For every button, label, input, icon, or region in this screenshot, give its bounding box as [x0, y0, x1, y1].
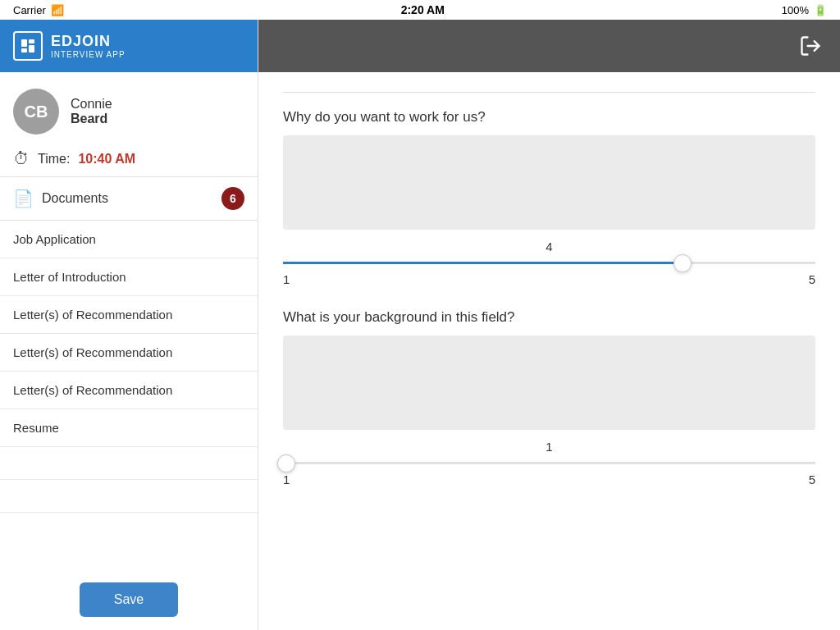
- time-value: 10:40 AM: [78, 152, 135, 167]
- brand-name: EDJOIN: [51, 33, 126, 50]
- slider-2-thumb[interactable]: [277, 454, 295, 472]
- save-section: Save: [0, 569, 258, 630]
- documents-row: 📄 Documents 6: [0, 177, 258, 221]
- slider-1-track: [283, 262, 815, 264]
- sidebar-item-letter-of-introduction[interactable]: Letter of Introduction: [0, 258, 258, 296]
- slider-2-range-labels: 1 5: [283, 472, 815, 486]
- top-divider: [283, 92, 815, 93]
- status-bar: Carrier 📶 2:20 AM 100% 🔋: [0, 0, 840, 20]
- svg-rect-1: [29, 39, 34, 43]
- right-panel: Why do you want to work for us? 4 1 5: [258, 20, 840, 630]
- documents-badge: 6: [221, 187, 244, 210]
- nav-list: Job Application Letter of Introduction L…: [0, 221, 258, 569]
- top-bar: [258, 20, 840, 72]
- clock-icon: ⏱: [13, 149, 30, 168]
- slider-1-thumb[interactable]: [673, 254, 692, 272]
- logo-text: EDJOIN INTERVIEW APP: [51, 33, 126, 59]
- status-bar-right: 100% 🔋: [782, 4, 827, 16]
- slider-2-min: 1: [283, 472, 290, 486]
- sidebar-item-resume[interactable]: Resume: [0, 409, 258, 447]
- slider-1-min: 1: [283, 272, 290, 286]
- svg-rect-2: [29, 45, 34, 52]
- wifi-icon: 📶: [51, 4, 64, 16]
- time-row: ⏱ Time: 10:40 AM: [0, 144, 258, 177]
- sidebar-item-recommendation-2[interactable]: Letter(s) of Recommendation: [0, 334, 258, 372]
- spacer-1: [0, 447, 258, 480]
- slider-1-max: 5: [809, 272, 815, 286]
- svg-rect-0: [21, 39, 27, 47]
- save-button[interactable]: Save: [80, 582, 178, 617]
- sidebar-item-job-application[interactable]: Job Application: [0, 221, 258, 258]
- question-2-label: What is your background in this field?: [283, 309, 815, 326]
- document-icon: 📄: [13, 189, 34, 208]
- carrier-label: Carrier: [13, 4, 46, 16]
- logout-button[interactable]: [794, 30, 827, 62]
- sidebar-header: EDJOIN INTERVIEW APP: [0, 20, 258, 72]
- question-2-answer[interactable]: [283, 336, 815, 430]
- status-bar-time: 2:20 AM: [401, 3, 445, 16]
- user-last-name: Beard: [71, 112, 112, 126]
- question-block-2: What is your background in this field? 1…: [283, 309, 815, 486]
- user-info: Connie Beard: [71, 97, 112, 126]
- logo-icon: [13, 31, 43, 61]
- slider-section-2: 1 1 5: [283, 440, 815, 486]
- status-bar-left: Carrier 📶: [13, 4, 64, 16]
- brand-sub: INTERVIEW APP: [51, 50, 126, 59]
- sidebar-item-recommendation-3[interactable]: Letter(s) of Recommendation: [0, 372, 258, 409]
- question-block-1: Why do you want to work for us? 4 1 5: [283, 109, 815, 286]
- spacer-2: [0, 480, 258, 513]
- slider-1-value: 4: [283, 240, 815, 253]
- documents-label: Documents: [42, 191, 213, 206]
- user-first-name: Connie: [71, 97, 112, 112]
- slider-2-max: 5: [809, 472, 815, 486]
- slider-1-container[interactable]: [283, 262, 815, 264]
- sidebar: EDJOIN INTERVIEW APP CB Connie Beard ⏱ T…: [0, 20, 258, 630]
- svg-rect-3: [21, 48, 27, 52]
- app-container: EDJOIN INTERVIEW APP CB Connie Beard ⏱ T…: [0, 20, 840, 630]
- slider-1-fill: [283, 262, 682, 264]
- slider-section-1: 4 1 5: [283, 240, 815, 286]
- time-label: Time:: [38, 152, 70, 167]
- battery-label: 100%: [782, 4, 809, 16]
- sidebar-item-recommendation-1[interactable]: Letter(s) of Recommendation: [0, 296, 258, 334]
- slider-2-container[interactable]: [283, 462, 815, 464]
- slider-2-value: 1: [283, 440, 815, 454]
- battery-icon: 🔋: [814, 4, 827, 16]
- question-1-label: Why do you want to work for us?: [283, 109, 815, 126]
- content-area: Why do you want to work for us? 4 1 5: [258, 72, 840, 630]
- slider-1-range-labels: 1 5: [283, 272, 815, 286]
- user-section: CB Connie Beard: [0, 72, 258, 144]
- avatar: CB: [13, 89, 59, 135]
- question-1-answer[interactable]: [283, 135, 815, 230]
- slider-2-track: [283, 462, 815, 464]
